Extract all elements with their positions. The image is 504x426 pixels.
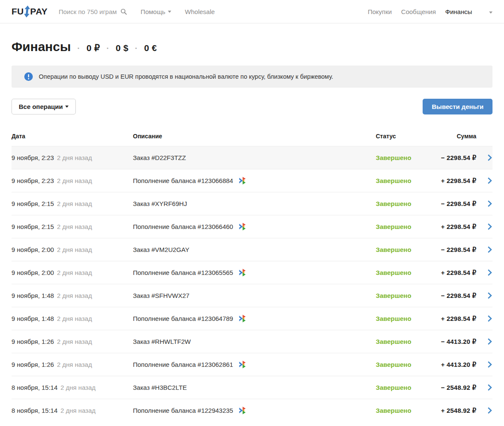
payment-method-icon — [239, 222, 247, 231]
row-description-cell: Пополнение баланса #123066884 — [133, 176, 376, 185]
row-description: Заказ #SFHVWX27 — [133, 292, 190, 299]
row-date: 8 ноября, 15:14 — [12, 407, 58, 414]
chevron-right-icon — [487, 200, 492, 207]
nav-wholesale-label: Wholesale — [185, 8, 215, 15]
row-date: 9 ноября, 2:00 — [12, 269, 54, 276]
nav-purchases[interactable]: Покупки — [368, 8, 392, 15]
row-details-link[interactable] — [487, 177, 492, 184]
row-date-cell: 9 ноября, 2:232 дня назад — [12, 154, 133, 161]
table-row[interactable]: 9 ноября, 1:482 дня назад Пополнение бал… — [12, 307, 492, 330]
nav-messages[interactable]: Сообщения — [401, 8, 436, 15]
navbar: FU PAY Поиск по 750 играм Помощь Wholesa… — [0, 0, 504, 23]
operations-filter-dropdown[interactable]: Все операции — [12, 99, 76, 114]
row-amount: + 2548.92 ₽ — [431, 407, 476, 415]
withdraw-money-button[interactable]: Вывести деньги — [423, 99, 492, 114]
row-details-link[interactable] — [487, 407, 492, 414]
row-description-cell: Пополнение баланса #123062861 — [133, 360, 376, 369]
row-date-cell: 9 ноября, 1:482 дня назад — [12, 292, 133, 299]
payment-method-icon — [239, 268, 247, 277]
row-details-link[interactable] — [487, 200, 492, 207]
search-label: Поиск по 750 играм — [59, 8, 117, 15]
row-amount: + 2298.54 ₽ — [431, 177, 476, 185]
row-amount: + 2298.54 ₽ — [431, 223, 476, 231]
row-status: Завершено — [376, 246, 431, 253]
chevron-right-icon — [487, 177, 492, 184]
row-description-cell: Заказ #D22F3TZZ — [133, 154, 376, 161]
table-row[interactable]: 9 ноября, 2:152 дня назад Пополнение бал… — [12, 215, 492, 238]
chevron-right-icon — [487, 407, 492, 414]
row-date: 9 ноября, 1:26 — [12, 361, 54, 368]
row-details-link[interactable] — [487, 384, 492, 391]
row-details-link[interactable] — [487, 338, 492, 345]
row-date: 8 ноября, 15:14 — [12, 384, 58, 391]
row-date-cell: 9 ноября, 1:262 дня назад — [12, 338, 133, 345]
row-details-link[interactable] — [487, 154, 492, 161]
separator-dot: · — [107, 43, 109, 53]
table-row[interactable]: 9 ноября, 2:232 дня назад Заказ #D22F3TZ… — [12, 146, 492, 169]
row-date-cell: 8 ноября, 15:142 дня назад — [12, 384, 133, 391]
funpay-logo[interactable]: FU PAY — [12, 6, 48, 17]
table-row[interactable]: 9 ноября, 2:002 дня назад Пополнение бал… — [12, 261, 492, 284]
table-row[interactable]: 8 ноября, 15:142 дня назад Заказ #H3BC2L… — [12, 376, 492, 399]
chevron-right-icon — [487, 315, 492, 322]
row-description-cell: Пополнение баланса #123064789 — [133, 314, 376, 323]
separator-dot: · — [77, 43, 80, 53]
game-search[interactable]: Поиск по 750 играм — [59, 8, 127, 15]
table-row[interactable]: 9 ноября, 2:002 дня назад Заказ #VM2U2GA… — [12, 238, 492, 261]
chevron-down-icon — [65, 106, 69, 108]
row-amount: − 2298.54 ₽ — [431, 200, 476, 208]
page-title: Финансы — [12, 40, 71, 54]
table-row[interactable]: 9 ноября, 2:232 дня назад Пополнение бал… — [12, 169, 492, 192]
nav-finances[interactable]: Финансы — [445, 8, 472, 15]
row-details-link[interactable] — [487, 269, 492, 276]
row-description: Пополнение баланса #123066460 — [133, 223, 233, 230]
row-details-link[interactable] — [487, 246, 492, 253]
row-status: Завершено — [376, 223, 431, 230]
row-date-cell: 9 ноября, 2:002 дня назад — [12, 269, 133, 276]
table-row[interactable]: 9 ноября, 1:482 дня назад Заказ #SFHVWX2… — [12, 284, 492, 307]
nav-messages-label: Сообщения — [401, 8, 436, 15]
row-status: Завершено — [376, 269, 431, 276]
row-details-link[interactable] — [487, 315, 492, 322]
payment-method-icon — [239, 314, 247, 323]
chevron-down-icon — [168, 11, 171, 13]
row-status: Завершено — [376, 154, 431, 161]
row-date: 9 ноября, 2:15 — [12, 200, 54, 207]
row-amount: − 2298.54 ₽ — [431, 154, 476, 162]
table-row[interactable]: 8 ноября, 15:142 дня назад Пополнение ба… — [12, 399, 492, 422]
user-menu-caret[interactable] — [489, 8, 492, 15]
row-description-cell: Пополнение баланса #123065565 — [133, 268, 376, 277]
row-amount: + 2298.54 ₽ — [431, 315, 476, 323]
table-row[interactable]: 9 ноября, 2:152 дня назад Заказ #XYRF69H… — [12, 192, 492, 215]
nav-help[interactable]: Помощь — [141, 8, 171, 15]
row-date-cell: 9 ноября, 2:152 дня назад — [12, 223, 133, 230]
row-details-link[interactable] — [487, 223, 492, 230]
title-row: Финансы · 0 ₽ · 0 $ · 0 € — [12, 40, 492, 54]
row-date-ago: 2 дня назад — [57, 292, 92, 299]
row-amount: + 2298.54 ₽ — [431, 269, 476, 277]
row-status: Завершено — [376, 315, 431, 322]
row-status: Завершено — [376, 200, 431, 207]
table-row[interactable]: 9 ноября, 1:262 дня назад Пополнение бал… — [12, 353, 492, 376]
row-details-link[interactable] — [487, 361, 492, 368]
row-description-cell: Заказ #SFHVWX27 — [133, 292, 376, 299]
nav-help-label: Помощь — [141, 8, 165, 15]
balance-eur: 0 € — [144, 43, 157, 53]
navbar-right: Покупки Сообщения Финансы — [358, 8, 492, 15]
row-date-ago: 2 дня назад — [57, 315, 92, 322]
nav-wholesale[interactable]: Wholesale — [185, 8, 215, 15]
row-description: Заказ #H3BC2LTE — [133, 384, 187, 391]
row-details-link[interactable] — [487, 292, 492, 299]
balance-rub: 0 ₽ — [86, 43, 100, 53]
row-amount: − 4413.20 ₽ — [431, 338, 476, 346]
chevron-down-icon — [489, 11, 492, 14]
row-date-cell: 9 ноября, 2:002 дня назад — [12, 246, 133, 253]
chevron-right-icon — [487, 154, 492, 161]
row-description: Заказ #XYRF69HJ — [133, 200, 187, 207]
row-description: Пополнение баланса #123065565 — [133, 269, 233, 276]
row-status: Завершено — [376, 407, 431, 414]
chevron-right-icon — [487, 246, 492, 253]
operations-table: Дата Описание Статус Сумма 9 ноября, 2:2… — [12, 127, 492, 422]
table-row[interactable]: 9 ноября, 1:262 дня назад Заказ #RHWLTF2… — [12, 330, 492, 353]
row-description-cell: Заказ #XYRF69HJ — [133, 200, 376, 207]
